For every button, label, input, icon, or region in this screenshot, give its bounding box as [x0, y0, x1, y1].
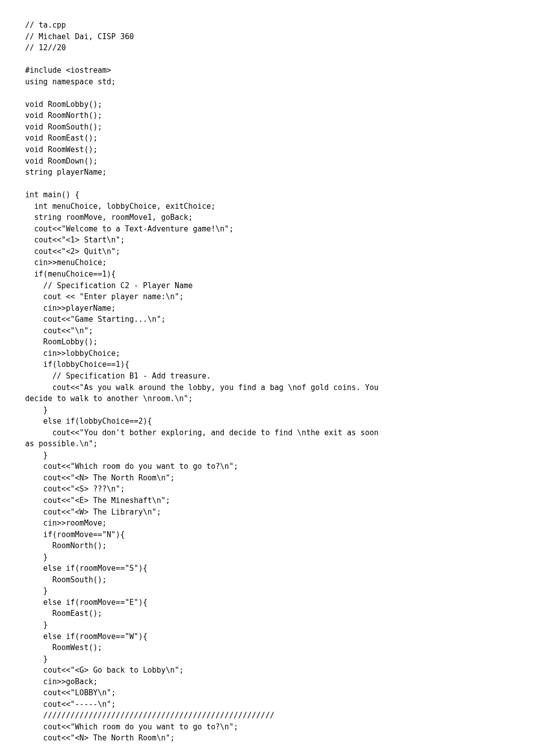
source-code-block: // ta.cpp // Michael Dai, CISP 360 // 12…	[25, 20, 508, 744]
code-content: // ta.cpp // Michael Dai, CISP 360 // 12…	[25, 21, 383, 742]
